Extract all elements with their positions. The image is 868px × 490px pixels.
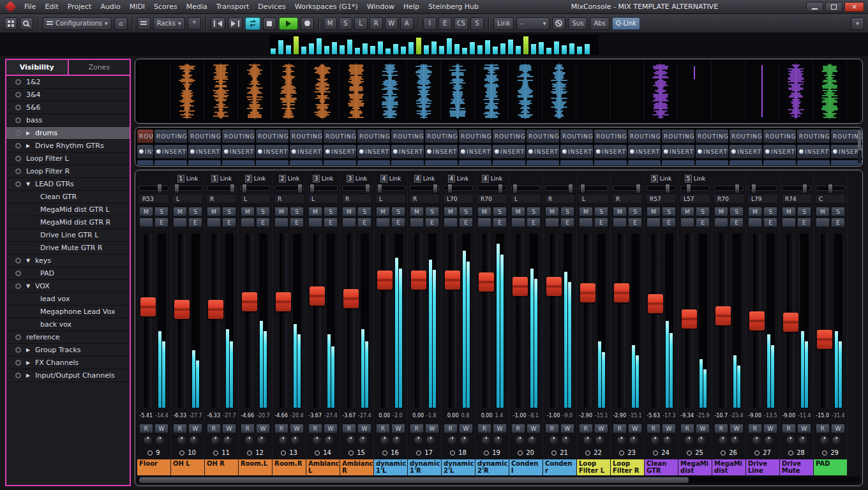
- pan-track[interactable]: [308, 186, 338, 191]
- fader-handle[interactable]: [682, 309, 697, 329]
- monitor-knob[interactable]: [786, 436, 795, 444]
- pan-control[interactable]: [376, 186, 405, 191]
- pan-handle[interactable]: [498, 184, 503, 193]
- monitor-knob[interactable]: [719, 436, 727, 444]
- fader-db-value[interactable]: -9.00: [782, 413, 795, 419]
- fader[interactable]: [645, 231, 678, 410]
- listen-button[interactable]: [342, 218, 356, 227]
- peak-db-value[interactable]: -27.7: [223, 413, 236, 419]
- inserts-rack-cell[interactable]: INSERTS: [797, 145, 830, 158]
- monitor-knob[interactable]: [482, 436, 490, 444]
- fader[interactable]: [239, 231, 272, 410]
- peak-db-value[interactable]: -20.4: [290, 413, 304, 419]
- record-enable-knob[interactable]: [190, 436, 198, 444]
- inserts-rack-cell[interactable]: INSERTS: [493, 145, 525, 158]
- edit-button[interactable]: E: [797, 218, 811, 227]
- pan-track[interactable]: [173, 186, 202, 191]
- fader-db-value[interactable]: 0.00: [447, 413, 459, 419]
- pan-control[interactable]: [748, 186, 777, 191]
- fader-db-value[interactable]: -4.66: [274, 413, 288, 419]
- fader-db-value[interactable]: -1.00: [513, 413, 527, 419]
- routing-rack-cell[interactable]: ROUTING: [662, 130, 694, 143]
- fader-db-value[interactable]: -9.00: [748, 413, 761, 419]
- channel-name[interactable]: Loop Filter R: [611, 459, 644, 475]
- pan-value[interactable]: L57: [680, 195, 710, 203]
- edit-button[interactable]: E: [391, 218, 405, 227]
- monitor-knob[interactable]: [752, 436, 761, 444]
- pan-value[interactable]: L: [376, 195, 405, 203]
- record-enable-knob[interactable]: [460, 436, 468, 444]
- listen-button[interactable]: [308, 218, 322, 227]
- read-automation-button[interactable]: R: [342, 424, 356, 433]
- solo-button[interactable]: S: [188, 207, 202, 216]
- sidebar-item-input-output-channels[interactable]: ▶Input/Output Channels: [6, 369, 130, 382]
- menu-item-help[interactable]: Help: [399, 3, 424, 11]
- view-e-button[interactable]: E: [438, 17, 452, 30]
- sidebar-item-pad[interactable]: PAD: [6, 267, 130, 280]
- write-automation-button[interactable]: W: [560, 424, 574, 433]
- record-enable-knob[interactable]: [156, 436, 164, 444]
- write-automation-button[interactable]: W: [324, 424, 338, 433]
- inserts-rack-cell[interactable]: INSERTS: [256, 145, 288, 158]
- pan-value[interactable]: R: [207, 195, 236, 203]
- pan-track[interactable]: [444, 186, 473, 191]
- peak-db-value[interactable]: -20.7: [257, 413, 270, 419]
- pan-handle[interactable]: [751, 184, 756, 193]
- routing-rack-cell[interactable]: ROUTING: [763, 130, 796, 143]
- routing-rack-cell[interactable]: ROUTING: [730, 130, 762, 143]
- fader-db-value[interactable]: -2.90: [613, 413, 626, 419]
- pan-control[interactable]: [241, 186, 270, 191]
- routing-rack-cell[interactable]: ROUTING: [594, 130, 627, 143]
- solo-button[interactable]: S: [797, 207, 811, 216]
- solo-button[interactable]: S: [222, 207, 236, 216]
- channel-name[interactable]: Loop Filter L: [577, 459, 610, 475]
- pan-control[interactable]: [342, 186, 371, 191]
- record-enable-knob[interactable]: [765, 436, 773, 444]
- read-automation-button[interactable]: R: [511, 424, 525, 433]
- mute-button[interactable]: M: [173, 207, 187, 216]
- pan-control[interactable]: [410, 186, 439, 191]
- inserts-rack-cell[interactable]: INSERTS: [527, 145, 559, 158]
- listen-button[interactable]: [207, 218, 221, 227]
- fader[interactable]: [273, 231, 306, 410]
- record-enable-knob[interactable]: [697, 436, 705, 444]
- fader-track[interactable]: [178, 234, 186, 408]
- mute-button[interactable]: M: [511, 207, 525, 216]
- fader-db-value[interactable]: 0.00: [481, 413, 493, 419]
- fader[interactable]: [509, 231, 542, 410]
- listen-button[interactable]: [647, 218, 661, 227]
- record-enable-knob[interactable]: [528, 436, 536, 444]
- pan-value[interactable]: R70: [714, 195, 744, 203]
- fader-track[interactable]: [483, 234, 490, 408]
- global-l-button[interactable]: L: [354, 17, 368, 30]
- edit-button[interactable]: E: [763, 218, 777, 227]
- record-enable-knob[interactable]: [832, 436, 841, 444]
- rack-star-button[interactable]: *: [188, 17, 201, 30]
- solo-button[interactable]: S: [831, 207, 845, 216]
- fader-db-value[interactable]: -15.0: [816, 413, 829, 419]
- pan-track[interactable]: [782, 186, 811, 191]
- channel-name[interactable]: OH L: [171, 459, 204, 475]
- fader-track[interactable]: [347, 234, 355, 408]
- read-automation-button[interactable]: R: [613, 424, 627, 433]
- monitor-knob[interactable]: [279, 436, 287, 444]
- racks-scrollbar[interactable]: [858, 130, 861, 163]
- pan-handle[interactable]: [735, 184, 740, 193]
- edit-button[interactable]: E: [831, 218, 845, 227]
- fader-track[interactable]: [246, 234, 253, 408]
- peak-db-value[interactable]: -27.4: [324, 413, 338, 419]
- write-automation-button[interactable]: W: [831, 424, 845, 433]
- cycle-button[interactable]: [245, 17, 260, 30]
- fader[interactable]: [780, 231, 813, 410]
- read-automation-button[interactable]: R: [376, 424, 390, 433]
- pan-handle[interactable]: [365, 184, 370, 193]
- pan-handle[interactable]: [433, 184, 438, 193]
- unlink-button[interactable]: [552, 17, 565, 30]
- stop-button[interactable]: [263, 17, 276, 30]
- edit-button[interactable]: E: [357, 218, 371, 227]
- fader-handle[interactable]: [377, 271, 393, 290]
- menu-item-devices[interactable]: Devices: [253, 3, 290, 11]
- sidebar-item-clean-gtr[interactable]: Clean GTR: [6, 191, 130, 204]
- pan-value[interactable]: R: [342, 195, 371, 203]
- fader-handle[interactable]: [242, 292, 257, 311]
